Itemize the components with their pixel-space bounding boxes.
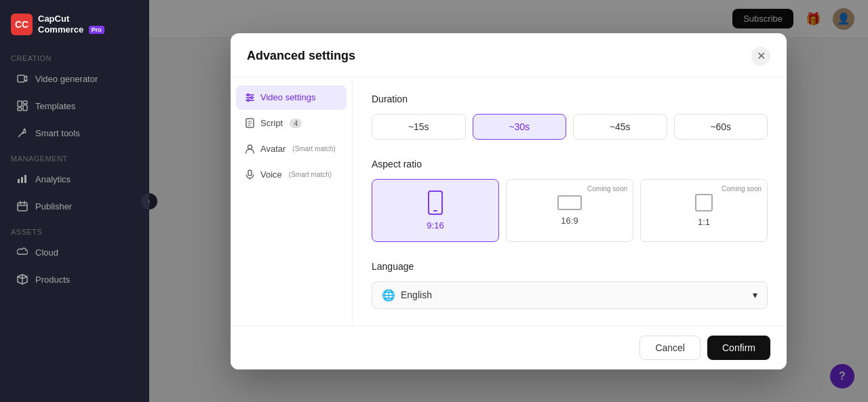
sidebar-item-label: Smart tools bbox=[35, 128, 80, 138]
sidebar-item-publisher[interactable]: Publisher bbox=[5, 193, 144, 219]
avatar-icon bbox=[244, 144, 255, 155]
aspect-label-9-16: 9:16 bbox=[380, 220, 490, 230]
svg-point-14 bbox=[248, 145, 252, 149]
sidebar-item-cloud[interactable]: Cloud bbox=[5, 239, 144, 265]
chevron-down-icon: ▾ bbox=[753, 289, 757, 300]
modal-overlay: Advanced settings ✕ bbox=[149, 0, 868, 402]
script-icon bbox=[244, 118, 255, 129]
coming-soon-text-2: Coming soon bbox=[722, 185, 762, 193]
sidebar-item-video-generator[interactable]: Video generator bbox=[5, 66, 144, 92]
sliders-icon bbox=[244, 92, 255, 103]
sidebar-item-templates[interactable]: Templates bbox=[5, 93, 144, 119]
language-left: 🌐 English bbox=[382, 289, 432, 302]
cancel-button[interactable]: Cancel bbox=[639, 336, 701, 360]
aspect-16-9[interactable]: Coming soon 16:9 bbox=[506, 179, 633, 242]
template-icon bbox=[16, 100, 28, 112]
sidebar-item-label: Templates bbox=[35, 101, 75, 111]
nav-item-voice[interactable]: Voice (Smart match) bbox=[236, 163, 347, 187]
section-label-assets: Assets bbox=[0, 220, 149, 239]
language-label: Language bbox=[372, 261, 768, 272]
nav-item-label: Voice bbox=[260, 169, 282, 180]
nav-item-video-settings[interactable]: Video settings bbox=[236, 85, 347, 110]
sidebar-item-label: Video generator bbox=[35, 74, 98, 84]
section-label-creation: Creation bbox=[0, 46, 149, 65]
logo-icon: CC bbox=[11, 14, 33, 35]
main-area: Subscribe 🎁 👤 Advanced settings ✕ bbox=[149, 0, 868, 402]
svg-point-5 bbox=[24, 129, 26, 130]
phone-shape-icon bbox=[428, 190, 443, 215]
aspect-label-16-9: 16:9 bbox=[515, 216, 625, 226]
square-shape-icon bbox=[695, 194, 713, 212]
svg-rect-6 bbox=[18, 179, 20, 183]
modal-close-button[interactable]: ✕ bbox=[751, 47, 770, 66]
sidebar-item-products[interactable]: Products bbox=[5, 266, 144, 292]
aspect-label-1-1: 1:1 bbox=[649, 217, 759, 227]
sidebar-item-smart-tools[interactable]: Smart tools bbox=[5, 120, 144, 146]
sidebar-item-label: Analytics bbox=[35, 174, 71, 184]
svg-rect-0 bbox=[18, 75, 24, 82]
svg-rect-3 bbox=[23, 105, 27, 110]
section-label-management: Management bbox=[0, 146, 149, 165]
square-icon-wrap bbox=[649, 194, 759, 212]
duration-45s[interactable]: ~45s bbox=[573, 114, 667, 140]
svg-point-10 bbox=[247, 94, 249, 96]
duration-15s[interactable]: ~15s bbox=[372, 114, 466, 140]
aspect-ratio-label: Aspect ratio bbox=[372, 159, 768, 169]
duration-options: ~15s ~30s ~45s ~60s bbox=[372, 114, 768, 140]
box-icon bbox=[16, 273, 28, 285]
modal-body: Video settings Script 4 bbox=[231, 77, 787, 325]
phone-icon-wrap bbox=[380, 190, 490, 215]
modal-footer: Cancel Confirm bbox=[231, 325, 787, 369]
confirm-button[interactable]: Confirm bbox=[707, 336, 770, 360]
modal-title: Advanced settings bbox=[247, 49, 355, 63]
svg-rect-2 bbox=[23, 101, 27, 104]
sidebar-item-analytics[interactable]: Analytics bbox=[5, 166, 144, 192]
bar-chart-icon bbox=[16, 173, 28, 185]
sidebar: CC CapCutCommerce Pro Creation Video gen… bbox=[0, 0, 149, 402]
sidebar-item-label: Cloud bbox=[35, 247, 58, 258]
script-badge: 4 bbox=[290, 119, 302, 128]
voice-icon bbox=[244, 169, 255, 180]
logo-area: CC CapCutCommerce Pro bbox=[0, 8, 149, 46]
svg-rect-9 bbox=[18, 203, 27, 211]
nav-item-script[interactable]: Script 4 bbox=[236, 111, 347, 136]
nav-item-label: Avatar bbox=[260, 144, 285, 154]
cloud-icon bbox=[16, 246, 28, 258]
aspect-ratio-options: 9:16 Coming soon 16:9 Coming soon bbox=[372, 179, 768, 242]
modal-content: Duration ~15s ~30s ~45s ~60s Aspect rati… bbox=[353, 77, 787, 325]
nav-item-avatar[interactable]: Avatar (Smart match) bbox=[236, 137, 347, 161]
language-selector[interactable]: 🌐 English ▾ bbox=[372, 281, 768, 309]
modal-nav: Video settings Script 4 bbox=[231, 77, 353, 325]
sidebar-item-label: Publisher bbox=[35, 201, 72, 212]
calendar-icon bbox=[16, 200, 28, 212]
nav-item-label: Script bbox=[260, 118, 283, 128]
logo-badge: Pro bbox=[89, 26, 104, 34]
svg-point-11 bbox=[250, 97, 252, 99]
landscape-icon-wrap bbox=[515, 195, 625, 210]
modal-header: Advanced settings ✕ bbox=[231, 33, 787, 77]
duration-30s[interactable]: ~30s bbox=[473, 114, 567, 140]
coming-soon-text: Coming soon bbox=[587, 185, 627, 193]
svg-rect-1 bbox=[18, 101, 22, 106]
svg-point-12 bbox=[247, 100, 249, 102]
svg-rect-4 bbox=[18, 108, 22, 110]
sidebar-item-label: Products bbox=[35, 275, 70, 285]
wand-icon bbox=[16, 127, 28, 139]
svg-rect-7 bbox=[21, 177, 23, 183]
nav-item-label: Video settings bbox=[260, 92, 315, 102]
duration-60s[interactable]: ~60s bbox=[674, 114, 768, 140]
advanced-settings-modal: Advanced settings ✕ bbox=[231, 33, 787, 369]
logo-text: CapCutCommerce Pro bbox=[38, 14, 104, 35]
language-icon: 🌐 bbox=[382, 289, 395, 302]
landscape-shape-icon bbox=[557, 195, 582, 210]
language-value: English bbox=[401, 289, 432, 300]
svg-rect-15 bbox=[248, 170, 252, 176]
duration-label: Duration bbox=[372, 94, 768, 104]
aspect-1-1[interactable]: Coming soon 1:1 bbox=[640, 179, 768, 242]
aspect-9-16[interactable]: 9:16 bbox=[372, 179, 499, 242]
svg-rect-8 bbox=[24, 175, 26, 183]
video-icon bbox=[16, 73, 28, 85]
